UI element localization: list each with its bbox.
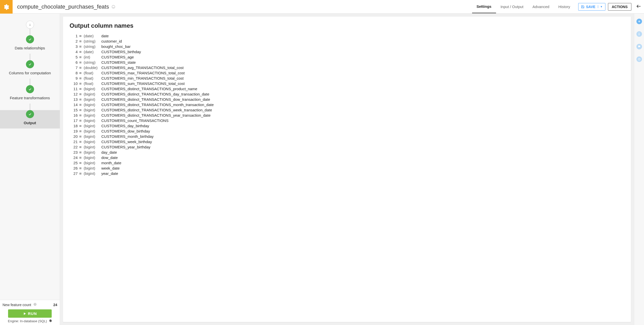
output-column-row[interactable]: 17(bigint)CUSTOMERS_count_TRANSACTIONS [70, 118, 624, 123]
output-column-row[interactable]: 16(bigint)CUSTOMERS_distinct_TRANSACTION… [70, 113, 624, 118]
drag-handle-icon[interactable] [78, 109, 83, 112]
drag-handle-icon[interactable] [78, 172, 83, 175]
column-name: CUSTOMERS_day_birthday [98, 124, 149, 128]
output-column-row[interactable]: 9(float)CUSTOMERS_min_TRANSACTIONS_total… [70, 76, 624, 81]
output-column-row[interactable]: 5(int)CUSTOMERS_age [70, 54, 624, 60]
drag-handle-icon[interactable] [78, 140, 83, 143]
column-type: (date) [83, 50, 98, 54]
drag-handle-icon[interactable] [78, 151, 83, 154]
output-column-row[interactable]: 8(float)CUSTOMERS_max_TRANSACTIONS_total… [70, 70, 624, 76]
output-column-row[interactable]: 13(bigint)CUSTOMERS_distinct_TRANSACTION… [70, 97, 624, 102]
drag-handle-icon[interactable] [78, 82, 83, 85]
svg-text:?: ? [34, 303, 36, 306]
output-column-row[interactable]: 27(bigint)year_date [70, 171, 624, 176]
column-name: CUSTOMERS_sum_TRANSACTIONS_total_cost [98, 81, 185, 86]
drag-handle-icon[interactable] [78, 77, 83, 80]
column-type: (string) [83, 60, 98, 64]
drag-handle-icon[interactable] [78, 135, 83, 138]
output-column-row[interactable]: 1(date)date [70, 33, 624, 39]
tab-io[interactable]: Input / Output [496, 0, 528, 13]
output-column-row[interactable]: 24(bigint)dow_date [70, 155, 624, 160]
column-type: (bigint) [83, 161, 98, 165]
output-column-row[interactable]: 12(bigint)CUSTOMERS_distinct_TRANSACTION… [70, 91, 624, 97]
drag-handle-icon[interactable] [78, 87, 83, 90]
recipe-icon[interactable] [0, 0, 13, 14]
column-name: CUSTOMERS_distinct_TRANSACTIONS_day_tran… [98, 92, 209, 96]
step-label: Columns for computation [9, 71, 51, 75]
drag-handle-icon[interactable] [78, 56, 83, 59]
drag-handle-icon[interactable] [78, 161, 83, 165]
drag-handle-icon[interactable] [78, 114, 83, 117]
column-index: 12 [70, 92, 78, 96]
drag-handle-icon[interactable] [78, 50, 83, 53]
drag-handle-icon[interactable] [78, 167, 83, 170]
output-column-row[interactable]: 7(double)CUSTOMERS_avg_TRANSACTIONS_tota… [70, 65, 624, 70]
run-button[interactable]: RUN [8, 309, 52, 318]
output-column-row[interactable]: 14(bigint)CUSTOMERS_distinct_TRANSACTION… [70, 102, 624, 107]
sidebar-step-output[interactable]: Output [0, 110, 60, 128]
tab-history[interactable]: History [554, 0, 575, 13]
column-name: month_date [98, 161, 121, 165]
drag-handle-icon[interactable] [78, 61, 83, 64]
save-dropdown-icon[interactable]: ▼ [598, 5, 603, 8]
output-column-row[interactable]: 19(bigint)CUSTOMERS_dow_birthday [70, 128, 624, 134]
column-type: (bigint) [83, 108, 98, 112]
column-index: 5 [70, 55, 78, 59]
rail-info-icon[interactable]: i [636, 31, 642, 37]
output-column-row[interactable]: 18(bigint)CUSTOMERS_day_birthday [70, 123, 624, 128]
engine-settings-icon[interactable] [49, 319, 52, 323]
sidebar-step-transforms[interactable]: Feature transformations [0, 85, 60, 104]
rail-discussion-icon[interactable] [636, 44, 642, 49]
step-status-icon [26, 85, 34, 93]
column-index: 9 [70, 76, 78, 80]
drag-handle-icon[interactable] [78, 72, 83, 75]
output-column-row[interactable]: 3(string)bought_choc_bar [70, 44, 624, 49]
output-column-row[interactable]: 26(bigint)week_date [70, 166, 624, 171]
tab-settings[interactable]: Settings [472, 0, 496, 13]
output-column-row[interactable]: 23(bigint)day_date [70, 150, 624, 155]
drag-handle-icon[interactable] [78, 124, 83, 127]
back-arrow-icon[interactable] [636, 4, 641, 10]
drag-handle-icon[interactable] [78, 119, 83, 122]
help-icon[interactable]: ? [33, 303, 37, 307]
sidebar-steps: Data relationshipsColumns for computatio… [0, 14, 60, 128]
output-column-row[interactable]: 15(bigint)CUSTOMERS_distinct_TRANSACTION… [70, 107, 624, 113]
drag-handle-icon[interactable] [78, 35, 83, 38]
output-column-row[interactable]: 2(string)customer_id [70, 39, 624, 44]
drag-handle-icon[interactable] [78, 93, 83, 96]
output-column-row[interactable]: 21(bigint)CUSTOMERS_week_birthday [70, 139, 624, 144]
output-column-row[interactable]: 22(bigint)CUSTOMERS_year_birthday [70, 144, 624, 150]
column-index: 23 [70, 150, 78, 154]
step-label: Data relationships [15, 46, 45, 50]
drag-handle-icon[interactable] [78, 45, 83, 48]
drag-handle-icon[interactable] [78, 146, 83, 149]
column-name: CUSTOMERS_min_TRANSACTIONS_total_cost [98, 76, 183, 80]
drag-handle-icon[interactable] [78, 66, 83, 69]
output-column-row[interactable]: 10(float)CUSTOMERS_sum_TRANSACTIONS_tota… [70, 81, 624, 86]
save-button[interactable]: SAVE ▼ [578, 3, 605, 11]
sidebar-step-relationships[interactable]: Data relationships [0, 35, 60, 54]
sidebar-step-columns[interactable]: Columns for computation [0, 60, 60, 79]
column-name: bought_choc_bar [98, 44, 131, 49]
output-column-row[interactable]: 4(date)CUSTOMERS_birthday [70, 49, 624, 54]
svg-point-0 [112, 5, 115, 8]
rail-history-icon[interactable] [636, 56, 642, 62]
column-name: dow_date [98, 155, 118, 160]
output-column-row[interactable]: 20(bigint)CUSTOMERS_month_birthday [70, 134, 624, 139]
drag-handle-icon[interactable] [78, 103, 83, 106]
column-type: (bigint) [83, 87, 98, 91]
rail-add-icon[interactable]: ＋ [636, 19, 642, 24]
page-title: compute_chocolate_purchases_feats [17, 4, 109, 10]
output-column-row[interactable]: 25(bigint)month_date [70, 160, 624, 166]
column-name: CUSTOMERS_year_birthday [98, 145, 150, 149]
drag-handle-icon[interactable] [78, 130, 83, 133]
drag-handle-icon[interactable] [78, 156, 83, 159]
output-column-row[interactable]: 6(string)CUSTOMERS_state [70, 60, 624, 65]
step-status-icon [26, 110, 34, 118]
tab-advanced[interactable]: Advanced [528, 0, 554, 13]
actions-button[interactable]: ACTIONS [608, 3, 631, 11]
column-type: (bigint) [83, 155, 98, 160]
drag-handle-icon[interactable] [78, 40, 83, 43]
output-column-row[interactable]: 11(bigint)CUSTOMERS_distinct_TRANSACTION… [70, 86, 624, 91]
drag-handle-icon[interactable] [78, 98, 83, 101]
